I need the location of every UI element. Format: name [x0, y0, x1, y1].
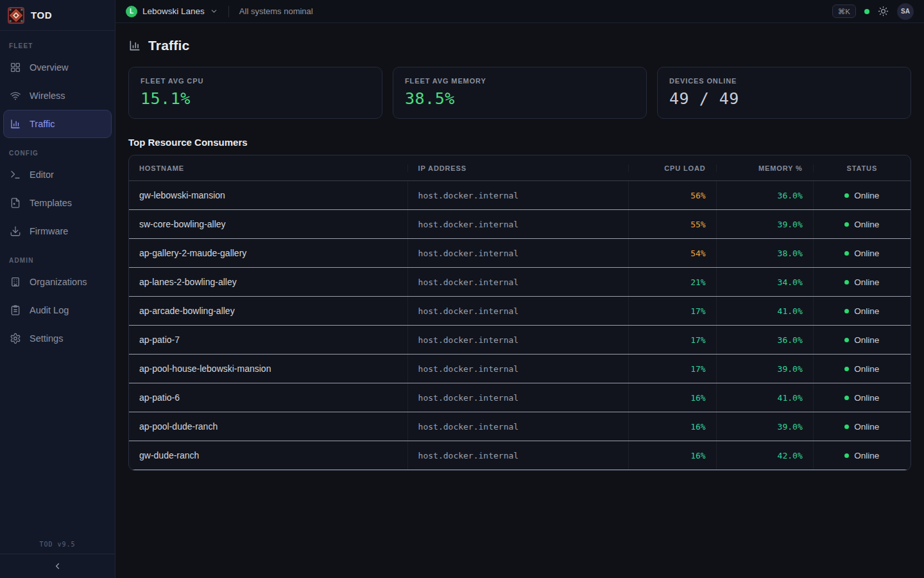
status-cell: Online — [813, 181, 911, 209]
cpu-cell: 16% — [628, 441, 715, 469]
status-text: Online — [854, 364, 879, 374]
stat-card-fleet-avg-cpu: FLEET AVG CPU 15.1% — [128, 67, 382, 119]
memory-cell: 39.0% — [716, 210, 813, 238]
table-row[interactable]: ap-pool-dude-ranch host.docker.internal … — [129, 412, 911, 441]
cpu-cell: 17% — [628, 326, 715, 354]
status-text: Online — [854, 220, 879, 229]
status-text: Online — [854, 335, 879, 345]
status-text: Online — [854, 422, 879, 432]
terminal-icon — [10, 169, 21, 180]
status-text: Online — [854, 393, 879, 403]
status-cell: Online — [813, 210, 911, 238]
stat-card-value: 49 / 49 — [669, 89, 899, 108]
status-text: Online — [854, 249, 879, 258]
memory-cell: 38.0% — [716, 239, 813, 267]
hostname-cell: sw-core-bowling-alley — [129, 210, 407, 238]
cpu-cell: 56% — [628, 181, 715, 209]
stat-card-label: FLEET AVG MEMORY — [405, 77, 635, 85]
table-body: gw-lebowski-mansion host.docker.internal… — [129, 181, 911, 470]
ip-cell: host.docker.internal — [407, 268, 629, 296]
sidebar-section-label: ADMIN — [0, 245, 115, 268]
sidebar-item-templates[interactable]: Templates — [3, 189, 112, 217]
online-status-dot — [844, 425, 849, 429]
hostname-cell: ap-pool-dude-ranch — [129, 412, 407, 441]
system-status-text: All systems nominal — [239, 6, 313, 16]
ip-cell: host.docker.internal — [407, 297, 629, 325]
cpu-cell: 17% — [628, 297, 715, 325]
topbar: L Lebowski Lanes All systems nominal ⌘K — [116, 0, 924, 23]
layout-grid-icon — [10, 62, 21, 73]
sidebar-section: ADMIN Organizations Audit Log Settings — [0, 245, 115, 353]
sidebar-item-overview[interactable]: Overview — [3, 53, 112, 82]
online-status-dot — [844, 251, 849, 256]
status-text: Online — [854, 306, 879, 316]
brand-name: TOD — [31, 10, 52, 21]
table-row[interactable]: gw-dude-ranch host.docker.internal 16% 4… — [129, 441, 911, 470]
table-row[interactable]: ap-patio-6 host.docker.internal 16% 41.0… — [129, 383, 911, 412]
memory-cell: 34.0% — [716, 268, 813, 296]
ip-cell: host.docker.internal — [407, 326, 629, 354]
memory-cell: 36.0% — [716, 181, 813, 209]
page-title: Traffic — [148, 38, 189, 53]
cpu-cell: 21% — [628, 268, 715, 296]
clipboard-icon — [10, 304, 21, 316]
online-status-dot — [844, 222, 849, 227]
sidebar-item-settings[interactable]: Settings — [3, 324, 112, 353]
cpu-cell: 54% — [628, 239, 715, 267]
health-indicator-dot — [864, 9, 869, 14]
sidebar-collapse-button[interactable] — [0, 554, 115, 578]
sidebar-section: FLEET Overview Wireless Traffic — [0, 31, 115, 138]
status-cell: Online — [813, 441, 911, 469]
status-cell: Online — [813, 268, 911, 296]
table-row[interactable]: ap-lanes-2-bowling-alley host.docker.int… — [129, 268, 911, 297]
column-header-status: STATUS — [813, 164, 911, 172]
command-palette-shortcut[interactable]: ⌘K — [832, 4, 856, 18]
status-text: Online — [854, 451, 879, 460]
sidebar-item-audit-log[interactable]: Audit Log — [3, 296, 112, 324]
hostname-cell: gw-dude-ranch — [129, 441, 407, 469]
online-status-dot — [844, 453, 849, 458]
org-switcher[interactable]: L Lebowski Lanes — [126, 6, 218, 17]
table-row[interactable]: sw-core-bowling-alley host.docker.intern… — [129, 210, 911, 239]
column-header-hostname: HOSTNAME — [129, 164, 407, 172]
ip-cell: host.docker.internal — [407, 441, 629, 469]
ip-cell: host.docker.internal — [407, 239, 629, 267]
user-avatar[interactable]: SA — [897, 3, 914, 20]
memory-cell: 42.0% — [716, 441, 813, 469]
ip-cell: host.docker.internal — [407, 412, 629, 441]
online-status-dot — [844, 396, 849, 400]
stat-card-devices-online: DEVICES ONLINE 49 / 49 — [657, 67, 911, 119]
online-status-dot — [844, 338, 849, 342]
status-text: Online — [854, 277, 879, 287]
cpu-cell: 16% — [628, 412, 715, 441]
cpu-cell: 17% — [628, 355, 715, 383]
table-row[interactable]: ap-pool-house-lebowski-mansion host.dock… — [129, 355, 911, 383]
theme-toggle-button[interactable] — [878, 6, 889, 17]
table-row[interactable]: gw-lebowski-mansion host.docker.internal… — [129, 181, 911, 210]
main-area: L Lebowski Lanes All systems nominal ⌘K — [116, 0, 924, 578]
wifi-icon — [10, 90, 21, 101]
table-row[interactable]: ap-patio-7 host.docker.internal 17% 36.0… — [129, 326, 911, 355]
bar-chart-icon — [128, 39, 141, 52]
chevron-left-icon — [53, 561, 62, 571]
sidebar-section-label: CONFIG — [0, 138, 115, 161]
table-header-row: HOSTNAME IP ADDRESS CPU LOAD MEMORY % ST… — [129, 155, 911, 181]
stat-card-value: 15.1% — [141, 89, 370, 108]
table-row[interactable]: ap-arcade-bowling-alley host.docker.inte… — [129, 297, 911, 326]
sidebar-item-wireless[interactable]: Wireless — [3, 82, 112, 110]
hostname-cell: ap-arcade-bowling-alley — [129, 297, 407, 325]
brand: TOD — [0, 0, 115, 31]
hostname-cell: ap-patio-7 — [129, 326, 407, 354]
sidebar-item-firmware[interactable]: Firmware — [3, 217, 112, 245]
chevron-down-icon — [210, 7, 218, 15]
org-name: Lebowski Lanes — [142, 6, 205, 16]
table-row[interactable]: ap-gallery-2-maude-gallery host.docker.i… — [129, 239, 911, 268]
cpu-cell: 16% — [628, 383, 715, 412]
sidebar-item-organizations[interactable]: Organizations — [3, 268, 112, 296]
sidebar-section-label: FLEET — [0, 31, 115, 53]
status-cell: Online — [813, 412, 911, 441]
sidebar-item-traffic[interactable]: Traffic — [3, 110, 112, 138]
sidebar-item-editor[interactable]: Editor — [3, 161, 112, 189]
status-cell: Online — [813, 383, 911, 412]
cpu-cell: 55% — [628, 210, 715, 238]
